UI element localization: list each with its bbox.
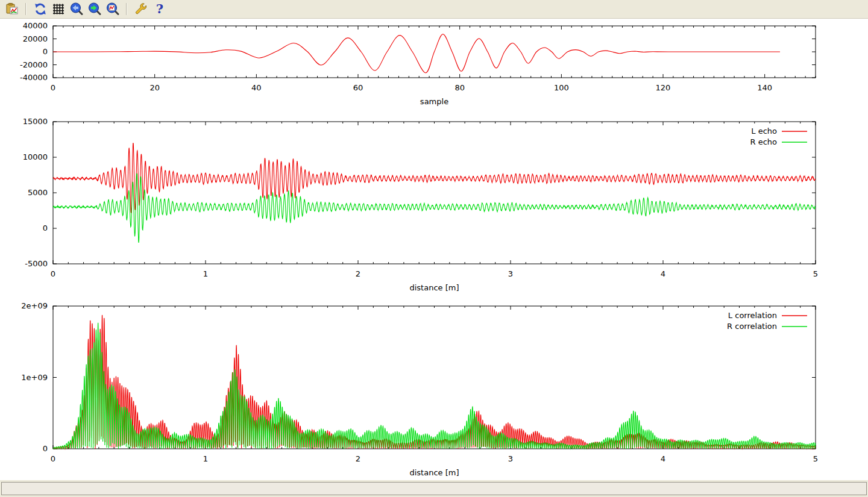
- y-tick-label: -40000: [20, 73, 48, 82]
- legend-label: R correlation: [727, 322, 777, 331]
- x-tick-label: 4: [661, 269, 665, 278]
- y-tick-label: 5000: [28, 188, 48, 197]
- y-tick-label: 20000: [23, 34, 48, 43]
- svg-text:?: ?: [156, 2, 163, 16]
- legend-label: L correlation: [728, 311, 777, 320]
- x-tick-label: 2: [356, 454, 360, 463]
- x-axis-title: sample: [420, 97, 448, 106]
- series-l-correlation: [53, 315, 816, 449]
- copy-to-clipboard-button[interactable]: [4, 1, 20, 17]
- x-tick-label: 40: [251, 83, 262, 92]
- y-tick-label: 0: [43, 223, 48, 233]
- y-tick-label: -20000: [20, 60, 48, 69]
- y-tick-label: 10000: [23, 152, 48, 161]
- x-tick-label: 100: [554, 83, 569, 92]
- clipboard-plot-icon: [5, 2, 19, 16]
- configure-button[interactable]: [133, 1, 149, 17]
- help-button[interactable]: ?: [151, 1, 167, 17]
- chart-1: 020406080100120140-40000-200000200004000…: [20, 21, 816, 106]
- y-tick-label: 15000: [23, 117, 48, 126]
- x-tick-label: 1: [203, 269, 208, 278]
- y-tick-label: 0: [43, 444, 48, 453]
- zoom-previous-button[interactable]: [68, 1, 84, 17]
- chart-2: 012345-5000050001000015000distance [m]L …: [23, 117, 819, 292]
- plot-canvas[interactable]: 020406080100120140-40000-200000200004000…: [0, 0, 868, 480]
- x-tick-label: 0: [51, 269, 55, 278]
- x-tick-label: 60: [353, 83, 363, 92]
- gnuplot-window: { "window": {"chrome_color": "#ece9da", …: [0, 0, 868, 497]
- x-tick-label: 20: [149, 83, 160, 92]
- x-tick-label: 4: [661, 454, 665, 463]
- x-tick-label: 2: [356, 269, 360, 278]
- x-tick-label: 0: [51, 83, 55, 92]
- magnifier-right-arrow-icon: [87, 2, 102, 16]
- replot-button[interactable]: [32, 1, 48, 17]
- chart-3: 01234501e+092e+09distance [m]L correlati…: [21, 301, 818, 477]
- x-tick-label: 120: [656, 83, 671, 92]
- magnifier-left-arrow-icon: [69, 2, 84, 16]
- magnifier-plot-icon: [105, 2, 120, 16]
- y-tick-label: 0: [43, 47, 48, 56]
- y-tick-label: -5000: [25, 259, 48, 268]
- toolbar: ?: [0, 0, 868, 19]
- x-tick-label: 3: [508, 269, 513, 278]
- grid-icon: [51, 2, 66, 16]
- question-mark-icon: ?: [152, 2, 166, 16]
- series-r-correlation: [53, 323, 816, 449]
- x-tick-label: 5: [813, 454, 818, 463]
- refresh-icon: [33, 2, 48, 16]
- x-tick-label: 80: [454, 83, 465, 92]
- status-bar: [0, 480, 868, 497]
- legend-label: R echo: [750, 137, 777, 146]
- y-tick-label: 1e+09: [21, 373, 48, 382]
- legend-label: L echo: [751, 127, 777, 136]
- zoom-next-button[interactable]: [86, 1, 102, 17]
- y-tick-label: 40000: [23, 21, 48, 30]
- series-l-echo: [53, 143, 816, 213]
- x-axis-title: distance [m]: [409, 283, 459, 292]
- status-text: [1, 482, 867, 495]
- x-tick-label: 1: [203, 454, 208, 463]
- y-tick-label: 2e+09: [21, 301, 48, 310]
- wrench-icon: [134, 2, 148, 16]
- autoscale-button[interactable]: [104, 1, 121, 17]
- x-tick-label: 3: [508, 454, 513, 463]
- toggle-grid-button[interactable]: [50, 1, 66, 17]
- series-r-echo: [53, 173, 816, 243]
- series-chirp-signal: [53, 34, 780, 73]
- x-tick-label: 5: [813, 269, 818, 278]
- x-tick-label: 0: [51, 454, 55, 463]
- x-tick-label: 140: [757, 83, 772, 92]
- toolbar-separator: [25, 3, 27, 15]
- toolbar-separator: [126, 3, 127, 15]
- x-axis-title: distance [m]: [409, 468, 459, 477]
